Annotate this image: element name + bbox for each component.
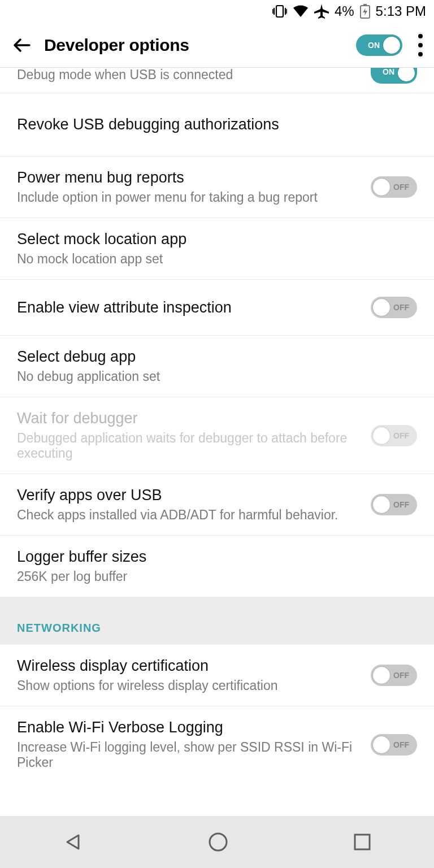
item-verify-apps-usb[interactable]: Verify apps over USB Check apps installe… bbox=[0, 474, 434, 536]
nav-back-icon[interactable] bbox=[62, 831, 84, 853]
svg-point-7 bbox=[210, 834, 227, 850]
toggle-wifi-verbose-logging[interactable]: OFF bbox=[371, 734, 417, 756]
battery-percent: 4% bbox=[335, 3, 354, 19]
back-icon[interactable] bbox=[11, 35, 32, 55]
toggle-verify-apps-usb[interactable]: OFF bbox=[371, 494, 417, 515]
app-header: Developer options ON bbox=[0, 23, 434, 68]
toggle-power-menu-bug-reports[interactable]: OFF bbox=[371, 176, 417, 198]
page-title: Developer options bbox=[44, 36, 356, 55]
item-wait-for-debugger: Wait for debugger Debugged application w… bbox=[0, 397, 434, 474]
navigation-bar bbox=[0, 816, 434, 868]
toggle-wait-for-debugger: OFF bbox=[371, 425, 417, 446]
item-view-attribute-inspection[interactable]: Enable view attribute inspection OFF bbox=[0, 280, 434, 336]
svg-rect-0 bbox=[276, 6, 283, 17]
item-logger-buffer-sizes[interactable]: Logger buffer sizes 256K per log buffer bbox=[0, 536, 434, 597]
overflow-menu-icon[interactable] bbox=[418, 34, 423, 57]
status-bar: 4% 5:13 PM bbox=[0, 0, 434, 23]
nav-recent-icon[interactable] bbox=[352, 832, 372, 852]
wifi-icon bbox=[293, 5, 309, 18]
section-networking: NETWORKING bbox=[0, 597, 434, 645]
item-revoke-usb-auth[interactable]: Revoke USB debugging authorizations bbox=[0, 93, 434, 157]
svg-rect-8 bbox=[355, 835, 370, 849]
master-toggle[interactable]: ON bbox=[356, 34, 402, 56]
svg-rect-6 bbox=[363, 4, 367, 6]
item-wifi-verbose-logging[interactable]: Enable Wi-Fi Verbose Logging Increase Wi… bbox=[0, 706, 434, 783]
item-select-debug-app[interactable]: Select debug app No debug application se… bbox=[0, 336, 434, 397]
toggle-usb-debugging[interactable]: ON bbox=[371, 68, 417, 84]
nav-home-icon[interactable] bbox=[207, 831, 229, 853]
item-usb-debugging[interactable]: USB debugging Debug mode when USB is con… bbox=[0, 68, 434, 93]
item-wireless-display-cert[interactable]: Wireless display certification Show opti… bbox=[0, 645, 434, 706]
vibrate-icon bbox=[272, 5, 287, 18]
toggle-view-attribute-inspection[interactable]: OFF bbox=[371, 297, 417, 318]
item-power-menu-bug-reports[interactable]: Power menu bug reports Include option in… bbox=[0, 157, 434, 218]
battery-icon bbox=[360, 4, 370, 19]
toggle-wireless-display-cert[interactable]: OFF bbox=[371, 665, 417, 686]
item-mock-location[interactable]: Select mock location app No mock locatio… bbox=[0, 218, 434, 280]
settings-list[interactable]: USB debugging Debug mode when USB is con… bbox=[0, 68, 434, 816]
clock: 5:13 PM bbox=[376, 3, 426, 19]
airplane-icon bbox=[314, 4, 329, 19]
